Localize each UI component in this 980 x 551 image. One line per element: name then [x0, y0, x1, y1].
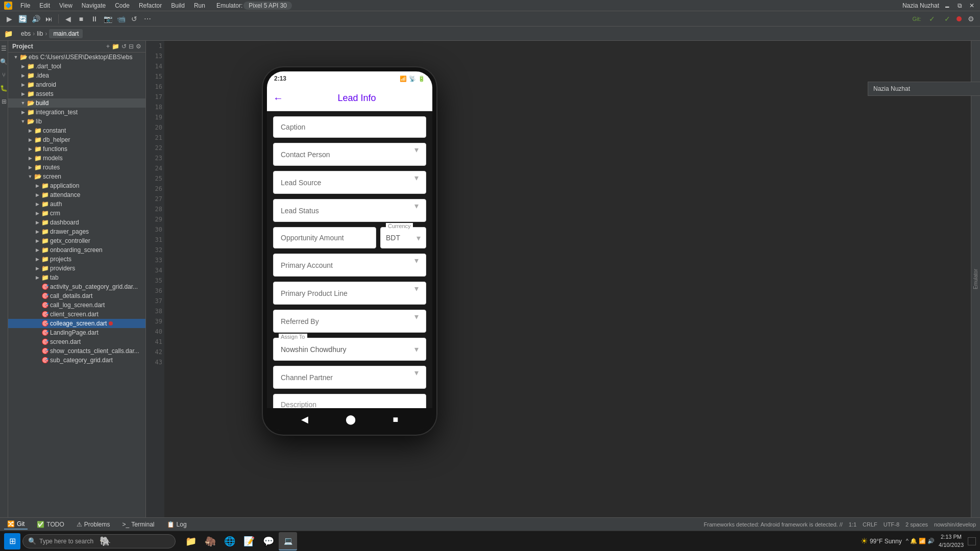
form-field-4[interactable]: Opportunity Amount Currency BDT ▾	[273, 227, 426, 248]
sidebar-new-folder[interactable]: 📁	[112, 43, 119, 50]
pause-button[interactable]: ⏸	[88, 13, 101, 25]
sidebar-refresh[interactable]: ↺	[121, 43, 127, 50]
tree-item-26[interactable]: 🎯 call_details.dart	[8, 291, 145, 300]
form-field-3[interactable]: Lead Status ▾	[273, 199, 426, 222]
tab-log[interactable]: 📋 Log	[164, 520, 190, 529]
tree-item-9[interactable]: ▶ 📁 db_helper	[8, 135, 145, 144]
restart-button[interactable]: 🔄	[16, 13, 29, 25]
tree-item-5[interactable]: ▼ 📂 build	[8, 98, 145, 108]
git-check2[interactable]: ✓	[941, 13, 953, 25]
nav-home-button[interactable]: ⬤	[346, 414, 356, 425]
taskbar-intellij[interactable]: 💻	[279, 532, 297, 550]
activity-git[interactable]: ⑂	[2, 71, 6, 79]
form-field-0[interactable]: Caption	[273, 116, 426, 138]
taskbar-teams[interactable]: 💬	[259, 532, 278, 550]
tree-item-10[interactable]: ▶ 📁 functions	[8, 144, 145, 154]
breadcrumb-lib[interactable]: lib	[37, 30, 43, 37]
git-check1[interactable]: ✓	[926, 13, 938, 25]
taskbar-search-box[interactable]: 🔍 Type here to search 🐘	[22, 534, 176, 548]
tab-problems[interactable]: ⚠ Problems	[74, 520, 113, 529]
activity-explorer[interactable]: ☰	[1, 45, 7, 52]
tree-item-27[interactable]: 🎯 call_log_screen.dart	[8, 300, 145, 310]
tab-git[interactable]: 🔀 Git	[4, 519, 28, 530]
record-button[interactable]: 📹	[115, 13, 127, 25]
tree-item-20[interactable]: ▶ 📁 getx_controller	[8, 236, 145, 245]
form-field-8[interactable]: Assign To Nowshin Chowdhury ▾	[273, 338, 426, 361]
sidebar-new-file[interactable]: +	[106, 43, 110, 50]
form-field-5[interactable]: Primary Account ▾	[273, 254, 426, 277]
menu-edit[interactable]: Edit	[35, 1, 54, 10]
breadcrumb-ebs[interactable]: ebs	[21, 30, 31, 37]
nav-recent-button[interactable]: ■	[393, 414, 399, 425]
tree-item-19[interactable]: ▶ 📁 drawer_pages	[8, 227, 145, 236]
tree-item-28[interactable]: 🎯 client_screen.dart	[8, 310, 145, 319]
tree-item-7[interactable]: ▼ 📂 lib	[8, 117, 145, 126]
activity-search[interactable]: 🔍	[0, 58, 8, 65]
run-button[interactable]: ▶	[3, 13, 15, 25]
rotate-button[interactable]: ↺	[128, 13, 140, 25]
tree-item-30[interactable]: 🎯 LandingPage.dart	[8, 328, 145, 337]
tree-item-22[interactable]: ▶ 📁 projects	[8, 255, 145, 264]
tree-item-17[interactable]: ▶ 📁 crm	[8, 209, 145, 218]
tree-item-11[interactable]: ▶ 📁 models	[8, 154, 145, 163]
tree-item-16[interactable]: ▶ 📁 auth	[8, 199, 145, 209]
menu-code[interactable]: Code	[111, 1, 134, 10]
stop-button[interactable]: ■	[75, 13, 87, 25]
menu-run[interactable]: Run	[190, 1, 209, 10]
activity-debug[interactable]: 🐛	[0, 85, 8, 92]
minimize-button[interactable]: 🗕	[943, 2, 951, 10]
tree-item-8[interactable]: ▶ 📁 constant	[8, 126, 145, 135]
tree-item-33[interactable]: 🎯 sub_category_grid.dart	[8, 356, 145, 365]
menu-refactor[interactable]: Refactor	[135, 1, 166, 10]
screenshot-button[interactable]: 📷	[102, 13, 114, 25]
nav-back-button[interactable]: ◀	[301, 414, 308, 425]
tree-item-23[interactable]: ▶ 📁 providers	[8, 264, 145, 273]
start-button[interactable]: ⊞	[4, 533, 20, 549]
tree-item-21[interactable]: ▶ 📁 onboarding_screen	[8, 245, 145, 255]
tree-item-31[interactable]: 🎯 screen.dart	[8, 337, 145, 346]
tree-item-3[interactable]: ▶ 📁 android	[8, 80, 145, 89]
menu-file[interactable]: File	[16, 1, 34, 10]
form-field-10[interactable]: Description	[273, 394, 426, 408]
taskbar-word[interactable]: 📝	[240, 532, 258, 550]
form-field-9[interactable]: Channel Partner ▾	[273, 366, 426, 389]
taskbar-browser[interactable]: 🌐	[220, 532, 239, 550]
activity-extensions[interactable]: ⊞	[2, 98, 7, 105]
tree-item-18[interactable]: ▶ 📁 dashboard	[8, 218, 145, 227]
tree-item-13[interactable]: ▼ 📂 screen	[8, 172, 145, 181]
tree-item-29[interactable]: 🎯 colleage_screen.dart	[8, 319, 145, 328]
taskbar-app2[interactable]: 🦣	[201, 532, 219, 550]
tree-item-12[interactable]: ▶ 📁 routes	[8, 163, 145, 172]
emulator-device-selector[interactable]: Pixel 5 API 30	[243, 2, 292, 10]
tab-terminal[interactable]: >_ Terminal	[119, 520, 157, 529]
form-field-2[interactable]: Lead Source ▾	[273, 171, 426, 194]
currency-field[interactable]: Currency BDT ▾	[380, 227, 426, 248]
step-over-button[interactable]: ⏭	[43, 13, 55, 25]
tree-item-2[interactable]: ▶ 📁 .idea	[8, 71, 145, 80]
tree-item-0[interactable]: ▼ 📂 ebs C:\Users\USER\Desktop\EBS\ebs	[8, 53, 145, 62]
tree-item-15[interactable]: ▶ 📁 attendance	[8, 190, 145, 199]
more-button[interactable]: ⋯	[141, 13, 154, 25]
breadcrumb-file[interactable]: main.dart	[49, 29, 83, 38]
tree-item-4[interactable]: ▶ 📁 assets	[8, 89, 145, 98]
close-button[interactable]: ✕	[968, 2, 976, 10]
taskbar-file-explorer[interactable]: 📁	[182, 532, 200, 550]
tree-item-6[interactable]: ▶ 📁 integration_test	[8, 108, 145, 117]
menu-build[interactable]: Build	[167, 1, 189, 10]
menu-view[interactable]: View	[55, 1, 77, 10]
settings-button[interactable]: ⚙	[965, 13, 977, 25]
tree-item-1[interactable]: ▶ 📁 .dart_tool	[8, 62, 145, 71]
opportunity-amount-field[interactable]: Opportunity Amount	[273, 227, 376, 248]
phone-back-button[interactable]: ←	[273, 92, 283, 104]
tab-todo[interactable]: ✅ TODO	[34, 520, 67, 529]
form-field-6[interactable]: Primary Product Line ▾	[273, 282, 426, 305]
sidebar-collapse[interactable]: ⊟	[129, 43, 134, 50]
show-desktop-button[interactable]	[968, 537, 976, 545]
back-button[interactable]: ◀	[62, 13, 74, 25]
tree-item-24[interactable]: ▶ 📁 tab	[8, 273, 145, 282]
maximize-button[interactable]: ⧉	[955, 2, 964, 10]
tree-item-14[interactable]: ▶ 📁 application	[8, 181, 145, 190]
tree-item-25[interactable]: 🎯 activity_sub_category_grid.dar...	[8, 282, 145, 291]
git-icon[interactable]: Git:	[911, 13, 923, 25]
volume-button[interactable]: 🔊	[30, 13, 42, 25]
